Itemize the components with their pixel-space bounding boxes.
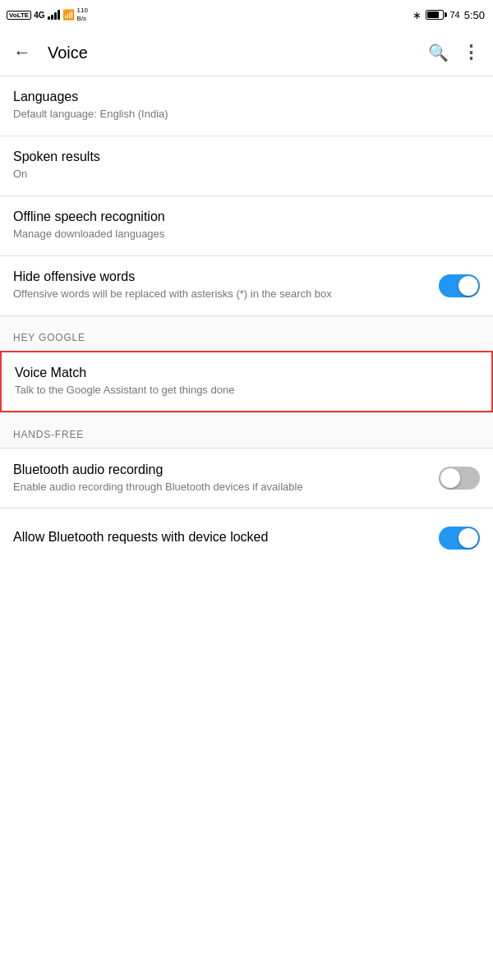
bar1	[48, 16, 50, 20]
bluetooth-requests-text: Allow Bluetooth requests with device loc…	[13, 530, 439, 547]
bluetooth-audio-subtitle: Enable audio recording through Bluetooth…	[13, 480, 429, 495]
toggle-knob-bluetooth	[440, 468, 460, 488]
wifi-icon: 📶	[62, 9, 75, 21]
hands-free-section-header: HANDS-FREE	[0, 413, 493, 448]
hide-offensive-toggle[interactable]	[439, 274, 480, 297]
bluetooth-audio-title: Bluetooth audio recording	[13, 462, 429, 477]
languages-text: Languages Default language: English (Ind…	[13, 90, 480, 122]
app-bar-actions: 🔍 ⋮	[428, 42, 480, 63]
bluetooth-requests-title: Allow Bluetooth requests with device loc…	[13, 530, 429, 545]
hide-offensive-title: Hide offensive words	[13, 269, 429, 284]
signal-bars	[48, 10, 60, 20]
status-left: VoLTE 4G 📶 110B/s	[7, 7, 88, 22]
bluetooth-icon: ∗	[412, 9, 422, 21]
bluetooth-requests-item[interactable]: Allow Bluetooth requests with device loc…	[0, 508, 493, 568]
toggle-knob-bluetooth-req	[458, 528, 478, 548]
more-options-button[interactable]: ⋮	[462, 42, 480, 63]
voice-match-title: Voice Match	[15, 366, 468, 380]
bluetooth-requests-toggle[interactable]	[439, 527, 480, 550]
battery-container: 74	[426, 10, 459, 20]
languages-subtitle: Default language: English (India)	[13, 107, 470, 122]
bar3	[54, 12, 57, 20]
hide-offensive-text: Hide offensive words Offensive words wil…	[13, 269, 439, 301]
clock: 5:50	[464, 9, 485, 21]
voice-match-item[interactable]: Voice Match Talk to the Google Assistant…	[0, 351, 493, 412]
bluetooth-audio-toggle[interactable]	[439, 467, 480, 490]
spoken-results-title: Spoken results	[13, 150, 470, 164]
battery-percent: 74	[449, 10, 459, 20]
languages-title: Languages	[13, 90, 470, 104]
status-bar: VoLTE 4G 📶 110B/s ∗ 74 5:50	[0, 0, 493, 30]
offline-speech-subtitle: Manage downloaded languages	[13, 227, 470, 242]
hide-offensive-subtitle: Offensive words will be replaced with as…	[13, 287, 429, 301]
battery-icon	[426, 10, 447, 20]
speed-text: 110B/s	[77, 7, 88, 22]
voice-match-text: Voice Match Talk to the Google Assistant…	[15, 366, 478, 398]
toggle-knob	[458, 276, 478, 296]
offline-speech-item[interactable]: Offline speech recognition Manage downlo…	[0, 196, 493, 255]
hey-google-label: HEY GOOGLE	[13, 332, 85, 343]
bluetooth-audio-text: Bluetooth audio recording Enable audio r…	[13, 462, 439, 495]
page-title: Voice	[48, 44, 428, 62]
offline-speech-title: Offline speech recognition	[13, 209, 470, 224]
signal-4g: 4G	[34, 11, 44, 20]
bluetooth-audio-item[interactable]: Bluetooth audio recording Enable audio r…	[0, 449, 493, 508]
back-button[interactable]: ←	[13, 42, 31, 63]
hands-free-label: HANDS-FREE	[13, 429, 84, 440]
app-bar: ← Voice 🔍 ⋮	[0, 30, 493, 76]
status-right: ∗ 74 5:50	[412, 9, 485, 21]
hide-offensive-item[interactable]: Hide offensive words Offensive words wil…	[0, 256, 493, 315]
spoken-results-item[interactable]: Spoken results On	[0, 136, 493, 196]
languages-item[interactable]: Languages Default language: English (Ind…	[0, 76, 493, 136]
search-button[interactable]: 🔍	[428, 43, 449, 62]
bar4	[58, 10, 60, 20]
spoken-results-subtitle: On	[13, 167, 470, 182]
volte-badge: VoLTE	[7, 11, 31, 20]
spoken-results-text: Spoken results On	[13, 150, 480, 182]
bar2	[51, 15, 53, 20]
offline-speech-text: Offline speech recognition Manage downlo…	[13, 209, 480, 242]
voice-match-subtitle: Talk to the Google Assistant to get thin…	[15, 383, 468, 398]
hey-google-section-header: HEY GOOGLE	[0, 316, 493, 351]
